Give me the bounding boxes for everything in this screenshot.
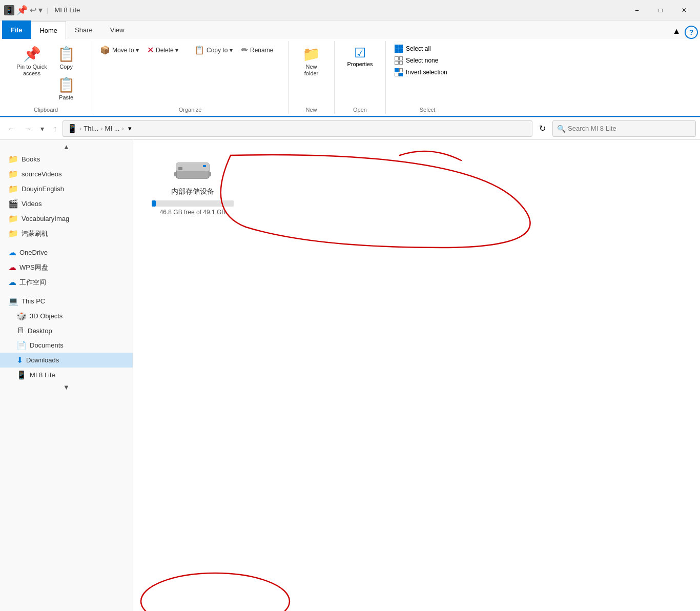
- video-icon: 🎬: [8, 199, 18, 209]
- sidebar-item-douyinenglish[interactable]: 📁 DouyinEnglish: [0, 181, 133, 196]
- invert-selection-button[interactable]: Invert selection: [392, 67, 463, 78]
- maximize-button[interactable]: □: [649, 2, 672, 18]
- sidebar-item-label: DouyinEnglish: [22, 185, 64, 193]
- customize-icon[interactable]: ▾: [38, 5, 43, 15]
- title-bar-icons: 📱 📌 ↩ ▾ |: [4, 5, 50, 16]
- organize-group: 📦 Move to ▾ ✕ Delete ▾ 📋 Copy to ▾ ✏ Ren…: [92, 41, 289, 114]
- refresh-button[interactable]: ↻: [534, 121, 550, 136]
- storage-bar: [152, 200, 156, 207]
- copy-to-label: Copy to ▾: [207, 47, 233, 54]
- copy-to-button[interactable]: 📋 Copy to ▾: [191, 43, 237, 57]
- new-folder-button[interactable]: 📁 New folder: [298, 43, 325, 79]
- sidebar-item-sourcevideos[interactable]: 📁 sourceVideos: [0, 167, 133, 181]
- sidebar-item-videos[interactable]: 🎬 Videos: [0, 196, 133, 211]
- sidebar-scroll-down[interactable]: ▼: [0, 382, 133, 392]
- tab-file[interactable]: File: [2, 21, 31, 39]
- sidebar-item-label: Books: [22, 155, 40, 163]
- ribbon-tabs: File Home Share View ▲ ?: [0, 21, 700, 39]
- sidebar-item-hongmengshuaji[interactable]: 📁 鸿蒙刷机: [0, 226, 133, 241]
- up-button[interactable]: ↑: [50, 122, 60, 135]
- select-none-button[interactable]: Select none: [392, 55, 463, 66]
- quick-access-icon[interactable]: 📌: [16, 5, 28, 16]
- open-group: ☑ Properties Open: [335, 41, 386, 114]
- open-buttons: ☑ Properties: [343, 43, 377, 112]
- svg-rect-2: [178, 167, 182, 170]
- computer-icon: 💻: [8, 296, 18, 306]
- copy-icon: 📋: [57, 46, 75, 63]
- move-to-icon: 📦: [100, 45, 110, 55]
- onedrive-cloud-icon: ☁: [8, 248, 16, 257]
- sidebar-item-label: WPS网盘: [19, 263, 48, 272]
- sidebar-item-downloads[interactable]: ⬇ Downloads: [0, 353, 133, 368]
- new-group-label: New: [306, 105, 317, 113]
- ribbon-content: 📌 Pin to Quick access 📋 Copy 📋 Paste Cli…: [0, 39, 700, 117]
- clipboard-group-label: Clipboard: [34, 105, 58, 113]
- select-all-button[interactable]: Select all: [392, 43, 463, 54]
- properties-button[interactable]: ☑ Properties: [343, 43, 377, 69]
- help-button[interactable]: ?: [685, 26, 698, 39]
- sidebar-item-label: 工作空间: [19, 278, 46, 287]
- path-device-icon: 📱: [67, 124, 77, 133]
- select-all-label: Select all: [406, 45, 431, 52]
- svg-rect-5: [209, 172, 211, 176]
- pin-label: Pin to Quick access: [16, 64, 47, 77]
- paste-label: Paste: [59, 94, 73, 101]
- mi8lite-icon: 📱: [16, 370, 27, 380]
- sidebar-item-label: OneDrive: [19, 249, 48, 256]
- close-button[interactable]: ✕: [672, 2, 696, 18]
- paste-icon: 📋: [57, 76, 75, 93]
- move-to-button[interactable]: 📦 Move to ▾: [96, 43, 142, 57]
- svg-point-6: [141, 573, 290, 611]
- clipboard-buttons: 📌 Pin to Quick access 📋 Copy 📋 Paste: [12, 43, 79, 112]
- content-area: 内部存储设备 46.8 GB free of 49.1 GB: [133, 140, 700, 611]
- minimize-button[interactable]: –: [625, 2, 649, 18]
- sidebar-item-books[interactable]: 📁 Books: [0, 152, 133, 167]
- address-dropdown-button[interactable]: ▾: [126, 124, 134, 133]
- select-none-grid-icon: [395, 56, 403, 65]
- select-none-label: Select none: [406, 57, 438, 64]
- sidebar-scroll-up[interactable]: ▲: [0, 142, 133, 152]
- tab-view[interactable]: View: [101, 21, 133, 39]
- address-bar: ← → ▾ ↑ 📱 › Thi... › MI ... › ▾ ↻ 🔍: [0, 117, 700, 140]
- sidebar-item-desktop[interactable]: 🖥 Desktop: [0, 323, 133, 338]
- search-icon: 🔍: [557, 125, 566, 133]
- tab-share[interactable]: Share: [66, 21, 101, 39]
- device-item[interactable]: 内部存储设备 46.8 GB free of 49.1 GB: [141, 148, 244, 225]
- pin-to-quick-access-button[interactable]: 📌 Pin to Quick access: [12, 43, 51, 79]
- delete-button[interactable]: ✕ Delete ▾: [143, 43, 190, 57]
- folder-icon: 📁: [8, 229, 18, 238]
- sidebar-item-documents[interactable]: 📄 Documents: [0, 338, 133, 353]
- organize-group-label: Organize: [179, 105, 202, 113]
- new-folder-label: New folder: [304, 64, 319, 77]
- sidebar-item-3dobjects[interactable]: 🎲 3D Objects: [0, 309, 133, 323]
- copy-button[interactable]: 📋 Copy: [53, 43, 80, 73]
- paste-button[interactable]: 📋 Paste: [53, 74, 80, 104]
- sidebar-item-workspace[interactable]: ☁ 工作空间: [0, 275, 133, 290]
- tab-home[interactable]: Home: [31, 21, 66, 39]
- undo-icon[interactable]: ↩: [30, 5, 36, 15]
- sidebar-item-wps[interactable]: ☁ WPS网盘: [0, 260, 133, 275]
- desktop-icon: 🖥: [16, 326, 25, 335]
- recent-locations-button[interactable]: ▾: [37, 122, 48, 135]
- rename-button[interactable]: ✏ Rename: [238, 43, 284, 57]
- sidebar-item-label: MI 8 Lite: [30, 371, 55, 379]
- sidebar-item-mi8lite[interactable]: 📱 MI 8 Lite: [0, 368, 133, 382]
- sidebar-item-label: VocabularyImag: [22, 215, 69, 222]
- sidebar-item-vocabularyimag[interactable]: 📁 VocabularyImag: [0, 211, 133, 226]
- back-button[interactable]: ←: [4, 122, 18, 135]
- address-path[interactable]: 📱 › Thi... › MI ... › ▾: [63, 120, 532, 137]
- pin-icon: 📌: [23, 46, 41, 63]
- search-input[interactable]: [568, 125, 691, 132]
- select-all-grid-icon: [395, 45, 403, 53]
- sidebar: ▲ 📁 Books 📁 sourceVideos 📁 DouyinEnglish…: [0, 140, 133, 611]
- move-to-label: Move to ▾: [112, 47, 139, 54]
- clipboard-group: 📌 Pin to Quick access 📋 Copy 📋 Paste Cli…: [0, 41, 92, 114]
- forward-button[interactable]: →: [20, 122, 35, 135]
- sidebar-item-thispc[interactable]: 💻 This PC: [0, 294, 133, 309]
- invert-selection-grid-icon: [395, 68, 403, 76]
- sidebar-item-label: Desktop: [28, 327, 52, 335]
- sidebar-item-onedrive[interactable]: ☁ OneDrive: [0, 245, 133, 260]
- 3dobjects-icon: 🎲: [16, 311, 27, 321]
- delete-icon: ✕: [147, 45, 154, 55]
- ribbon-collapse-button[interactable]: ▲: [670, 27, 683, 36]
